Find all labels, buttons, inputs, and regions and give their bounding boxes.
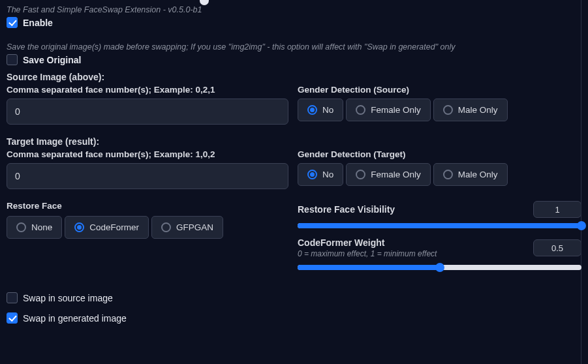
source-gender-option-female-only[interactable]: Female Only [346, 99, 431, 121]
source-faces-input[interactable] [7, 99, 288, 125]
extension-subtitle: The Fast and Simple FaceSwap Extension -… [7, 5, 581, 14]
radio-icon [356, 170, 365, 179]
target-heading: Target Image (result): [7, 136, 581, 147]
radio-icon [161, 222, 171, 232]
cfweight-thumb[interactable] [435, 263, 444, 272]
target-gender-label: Gender Detection (Target) [298, 149, 581, 159]
radio-icon [443, 170, 453, 179]
swap-generated-label: Swap in generated image [23, 313, 127, 324]
cfweight-label: CodeFormer Weight [298, 237, 527, 248]
radio-label: Female Only [371, 170, 421, 179]
swap-source-label: Swap in source image [23, 293, 113, 303]
decorative-dot [200, 0, 209, 5]
radio-icon [74, 222, 84, 232]
radio-label: No [322, 170, 333, 179]
source-gender-group: NoFemale OnlyMale Only [298, 99, 581, 121]
swap-generated-checkbox[interactable] [7, 312, 18, 324]
radio-icon [307, 170, 317, 179]
target-gender-option-male-only[interactable]: Male Only [433, 163, 508, 186]
target-gender-group: NoFemale OnlyMale Only [298, 163, 581, 186]
radio-label: No [322, 105, 333, 115]
radio-label: None [31, 222, 52, 232]
target-faces-label: Comma separated face number(s); Example:… [7, 149, 288, 159]
swap-source-checkbox[interactable] [7, 292, 18, 303]
restore-face-option-none[interactable]: None [7, 216, 62, 239]
radio-label: CodeFormer [89, 222, 139, 232]
radio-icon [443, 105, 453, 115]
restore-face-group: NoneCodeFormerGFPGAN [7, 216, 288, 239]
source-gender-option-male-only[interactable]: Male Only [433, 99, 508, 121]
radio-icon [16, 222, 26, 232]
restore-face-option-codeformer[interactable]: CodeFormer [65, 216, 149, 239]
visibility-value[interactable]: 1 [533, 201, 581, 218]
enable-checkbox[interactable] [7, 17, 18, 28]
save-original-checkbox[interactable] [7, 54, 18, 65]
restore-face-label: Restore Face [7, 201, 288, 211]
source-gender-label: Gender Detection (Source) [298, 85, 581, 95]
save-original-desc: Save the original image(s) made before s… [7, 42, 581, 52]
radio-label: GFPGAN [176, 222, 213, 232]
visibility-slider[interactable] [298, 223, 581, 228]
source-heading: Source Image (above): [7, 72, 581, 82]
panel-divider [581, 0, 581, 364]
radio-label: Male Only [458, 170, 498, 179]
restore-face-option-gfpgan[interactable]: GFPGAN [151, 216, 223, 239]
enable-label: Enable [23, 18, 53, 28]
target-faces-input[interactable] [7, 163, 288, 189]
target-gender-option-no[interactable]: No [298, 163, 343, 186]
save-original-label: Save Original [23, 55, 81, 65]
visibility-thumb[interactable] [577, 221, 586, 230]
radio-label: Female Only [371, 105, 421, 115]
source-faces-label: Comma separated face number(s); Example:… [7, 85, 288, 95]
radio-label: Male Only [458, 105, 498, 115]
cfweight-hint: 0 = maximum effect, 1 = minimum effect [298, 249, 527, 258]
cfweight-slider[interactable] [298, 265, 581, 270]
visibility-label: Restore Face Visibility [298, 204, 527, 215]
cfweight-value[interactable]: 0.5 [533, 239, 581, 256]
radio-icon [307, 105, 317, 115]
radio-icon [356, 105, 365, 115]
source-gender-option-no[interactable]: No [298, 99, 343, 121]
target-gender-option-female-only[interactable]: Female Only [346, 163, 431, 186]
